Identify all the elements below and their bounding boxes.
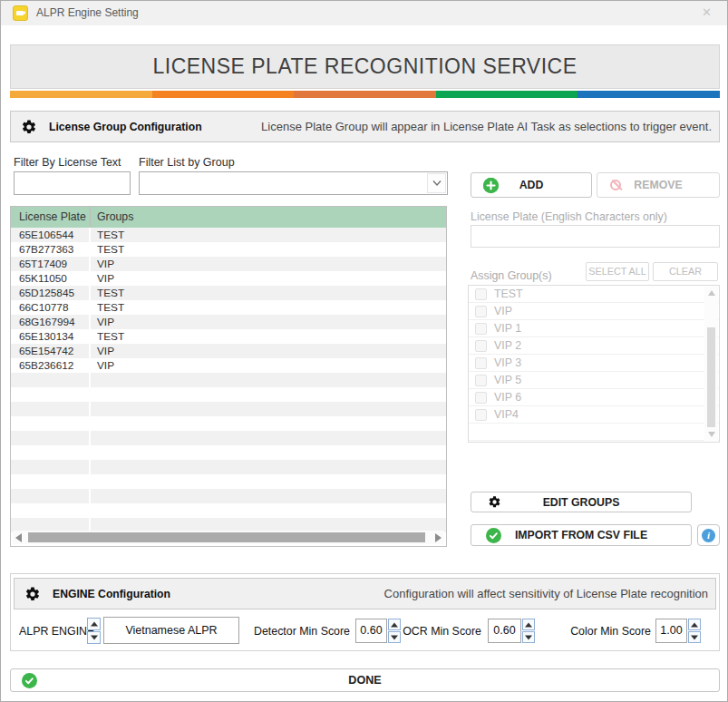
group-option[interactable]: TEST bbox=[469, 286, 719, 303]
ocr-min-score-value[interactable]: 0.60 bbox=[488, 619, 521, 643]
remove-button[interactable]: REMOVE bbox=[597, 172, 720, 198]
filter-list-by-group-dropdown[interactable] bbox=[139, 171, 448, 195]
checkbox-icon[interactable] bbox=[475, 306, 487, 317]
vertical-scrollbar[interactable] bbox=[704, 287, 718, 441]
checkbox-icon[interactable] bbox=[475, 409, 487, 421]
groups-cell[interactable]: TEST bbox=[91, 300, 446, 315]
plate-cell[interactable]: 65T17409 bbox=[11, 257, 91, 271]
info-icon: i bbox=[702, 529, 715, 542]
spinner-down-icon[interactable] bbox=[688, 631, 701, 643]
table-row[interactable]: 65K11050VIP bbox=[11, 271, 446, 286]
license-group-section-header: License Group Configuration License Plat… bbox=[10, 111, 720, 142]
clear-label: CLEAR bbox=[669, 266, 702, 277]
groups-cell[interactable]: TEST bbox=[91, 286, 446, 300]
assign-groups-label: Assign Group(s) bbox=[471, 269, 552, 282]
app-icon bbox=[13, 5, 28, 21]
filter-by-license-text-label: Filter By License Text bbox=[14, 156, 121, 169]
title-bar[interactable]: ALPR Engine Setting ✕ bbox=[1, 1, 727, 25]
color-min-score-spinner[interactable] bbox=[688, 619, 701, 643]
group-option-label: TEST bbox=[494, 286, 523, 302]
scroll-left-icon[interactable] bbox=[15, 533, 22, 542]
alpr-engine-setting-window: ALPR Engine Setting ✕ LICENSE PLATE RECO… bbox=[0, 0, 728, 702]
banner: LICENSE PLATE RECOGNITION SERVICE bbox=[10, 44, 720, 89]
plate-cell[interactable]: 65E154742 bbox=[11, 344, 91, 358]
groups-cell[interactable]: TEST bbox=[91, 329, 446, 344]
alpr-engine-spinner[interactable] bbox=[87, 618, 101, 644]
table-row-empty bbox=[11, 474, 446, 489]
groups-cell[interactable]: VIP bbox=[91, 344, 446, 358]
table-row[interactable]: 66C10778TEST bbox=[11, 300, 446, 315]
groups-cell[interactable]: VIP bbox=[91, 271, 446, 286]
group-option[interactable]: VIP 6 bbox=[469, 389, 719, 406]
plate-cell[interactable]: 65E130134 bbox=[11, 329, 91, 344]
edit-groups-button[interactable]: EDIT GROUPS bbox=[471, 492, 692, 512]
scroll-down-icon[interactable] bbox=[708, 432, 715, 437]
table-row[interactable]: 65E106544TEST bbox=[11, 228, 446, 242]
engine-section-description: Configuration will affect sensitivity of… bbox=[384, 587, 708, 600]
group-option[interactable]: VIP 2 bbox=[469, 337, 719, 355]
vertical-scrollbar-thumb[interactable] bbox=[707, 327, 715, 427]
groups-cell[interactable]: VIP bbox=[91, 257, 446, 271]
checkbox-icon[interactable] bbox=[475, 340, 487, 352]
checkbox-icon[interactable] bbox=[475, 323, 487, 335]
table-row[interactable]: 65B236612VIP bbox=[11, 358, 446, 373]
spinner-up-icon[interactable] bbox=[87, 618, 101, 630]
spinner-up-icon[interactable] bbox=[688, 619, 701, 630]
ocr-min-score-spinner[interactable] bbox=[522, 619, 535, 643]
group-option[interactable]: VIP 5 bbox=[469, 372, 719, 389]
table-row-empty bbox=[11, 402, 446, 416]
checkbox-icon[interactable] bbox=[475, 357, 487, 369]
add-button-label: ADD bbox=[471, 179, 591, 191]
table-row[interactable]: 65E130134TEST bbox=[11, 329, 446, 344]
scroll-right-icon[interactable] bbox=[435, 533, 442, 542]
alpr-engine-value[interactable]: Vietnamese ALPR bbox=[103, 617, 239, 644]
checkbox-icon[interactable] bbox=[475, 288, 487, 300]
filter-by-license-text-input[interactable] bbox=[14, 171, 131, 195]
table-row[interactable]: 65T17409VIP bbox=[11, 257, 446, 271]
clear-button[interactable]: CLEAR bbox=[653, 262, 718, 281]
plate-cell[interactable]: 66C10778 bbox=[11, 300, 91, 315]
plate-cell[interactable]: 68G167994 bbox=[11, 315, 91, 329]
groups-cell[interactable]: TEST bbox=[91, 228, 446, 242]
add-button[interactable]: ADD bbox=[471, 172, 592, 198]
table-row-empty bbox=[11, 460, 446, 474]
table-row[interactable]: 65E154742VIP bbox=[11, 344, 446, 358]
chevron-down-icon[interactable] bbox=[427, 173, 446, 193]
plate-cell[interactable]: 65K11050 bbox=[11, 271, 91, 286]
groups-cell[interactable]: TEST bbox=[91, 242, 446, 257]
plate-cell[interactable]: 65B236612 bbox=[11, 358, 91, 373]
spinner-down-icon[interactable] bbox=[87, 631, 101, 644]
spinner-up-icon[interactable] bbox=[522, 619, 535, 630]
done-button[interactable]: DONE bbox=[10, 668, 720, 692]
group-option[interactable]: VIP 1 bbox=[469, 320, 719, 337]
group-option[interactable]: VIP 3 bbox=[469, 355, 719, 372]
scroll-up-icon[interactable] bbox=[708, 290, 715, 296]
color-min-score-label: Color Min Score bbox=[554, 625, 651, 638]
table-row[interactable]: 68G167994VIP bbox=[11, 315, 446, 329]
table-row[interactable]: 65D125845TEST bbox=[11, 286, 446, 300]
info-icon-glyph: i bbox=[707, 530, 710, 541]
checkbox-icon[interactable] bbox=[475, 375, 487, 386]
close-icon[interactable]: ✕ bbox=[686, 1, 727, 25]
groups-cell[interactable]: VIP bbox=[91, 315, 446, 329]
color-min-score-value[interactable]: 1.00 bbox=[655, 619, 687, 643]
info-button[interactable]: i bbox=[697, 524, 720, 546]
select-all-button[interactable]: SELECT ALL bbox=[586, 262, 649, 281]
group-option[interactable]: VIP bbox=[469, 303, 719, 320]
import-from-csv-button[interactable]: IMPORT FROM CSV FILE bbox=[471, 524, 692, 546]
horizontal-scrollbar[interactable] bbox=[13, 531, 444, 544]
plate-cell[interactable]: 67B277363 bbox=[11, 242, 91, 257]
checkbox-icon[interactable] bbox=[475, 392, 487, 404]
column-header-groups[interactable]: Groups bbox=[91, 207, 446, 228]
detector-min-score-label: Detector Min Score bbox=[237, 625, 350, 638]
spinner-down-icon[interactable] bbox=[522, 631, 535, 643]
column-header-license-plate[interactable]: License Plate bbox=[11, 207, 91, 228]
plate-cell[interactable]: 65E106544 bbox=[11, 228, 91, 242]
license-plate-input[interactable] bbox=[471, 225, 720, 248]
groups-cell[interactable]: VIP bbox=[91, 358, 446, 373]
plate-cell[interactable]: 65D125845 bbox=[11, 286, 91, 300]
table-row[interactable]: 67B277363TEST bbox=[11, 242, 446, 257]
horizontal-scrollbar-thumb[interactable] bbox=[28, 532, 425, 542]
detector-min-score-value[interactable]: 0.60 bbox=[355, 619, 387, 643]
group-option[interactable]: VIP4 bbox=[469, 406, 719, 424]
